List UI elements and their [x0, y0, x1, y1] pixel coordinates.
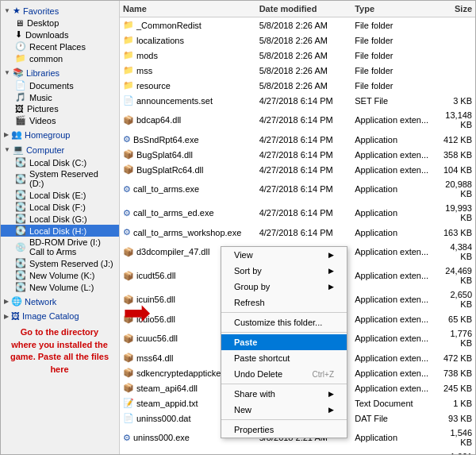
triangle-icon: ▶: [4, 298, 9, 305]
table-row[interactable]: 📦 xvidcore.dll 4/27/2018 6:14 PM Applica…: [120, 449, 475, 454]
sidebar-item-pictures[interactable]: 🖼 Pictures: [1, 103, 119, 114]
file-size: [434, 69, 475, 72]
table-row[interactable]: 📄 announcements.set 4/27/2018 6:14 PM SE…: [120, 93, 475, 108]
sidebar-item-recentplaces[interactable]: 🕐 Recent Places: [1, 40, 119, 52]
sidebar-item-bdrom[interactable]: 💿 BD-ROM Drive (I:) Call to Arms: [1, 237, 119, 257]
col-header-size[interactable]: Size: [434, 2, 475, 15]
file-size: 4,384 KB: [434, 241, 475, 263]
table-row[interactable]: 📁 mss 5/8/2018 2:26 AM File folder: [120, 63, 475, 78]
sidebar-item-disk-g[interactable]: 💽 Local Disk (G:): [1, 213, 119, 225]
file-type: File folder: [351, 64, 433, 77]
sidebar-item-disk-c-label: Local Disk (C:): [29, 158, 86, 168]
table-row[interactable]: ⚙ call_to_arms_workshop.exe 4/27/2018 6:…: [120, 225, 475, 240]
context-menu-item[interactable]: Refresh: [221, 295, 347, 310]
sidebar-header-libraries[interactable]: ▼ 📚 Libraries: [1, 66, 119, 79]
col-header-type[interactable]: Type: [351, 2, 433, 15]
ctx-item-label: View: [234, 250, 253, 260]
col-header-name[interactable]: Name: [120, 2, 256, 15]
table-row[interactable]: 📦 bdcap64.dll 4/27/2018 6:14 PM Applicat…: [120, 108, 475, 132]
file-type: Application exten...: [351, 148, 433, 161]
sidebar-header-network-label: Network: [25, 297, 56, 307]
file-date: 5/8/2018 2:26 AM: [256, 49, 352, 62]
context-menu-item[interactable]: Undo DeleteCtrl+Z: [221, 366, 347, 382]
table-row[interactable]: 📦 BugSplatRc64.dll 4/27/2018 6:14 PM App…: [120, 162, 475, 177]
sidebar-header-homegroup[interactable]: ▶ 👥 Homegroup: [1, 128, 119, 141]
file-type: File folder: [351, 19, 433, 32]
context-menu-item[interactable]: Paste: [221, 334, 347, 350]
sidebar-item-disk-d[interactable]: 💽 System Reserved (D:): [1, 168, 119, 189]
file-date: 4/27/2018 6:14 PM: [256, 183, 352, 195]
file-name: 📦 BugSplatRc64.dll: [120, 163, 256, 176]
table-row[interactable]: ⚙ call_to_arms_ed.exe 4/27/2018 6:14 PM …: [120, 201, 475, 225]
table-row[interactable]: 📁 localizations 5/8/2018 2:26 AM File fo…: [120, 33, 475, 48]
context-menu-item[interactable]: Properties: [221, 422, 347, 438]
table-row[interactable]: 📁 resource 5/8/2018 2:26 AM File folder: [120, 78, 475, 93]
sidebar-item-common[interactable]: 📁 common: [1, 52, 119, 64]
sidebar-section-imagecatalog: ▶ 🖼 Image Catalog: [1, 310, 119, 322]
file-size: 472 KB: [434, 352, 475, 364]
file-name-label: mss64.dll: [136, 353, 173, 363]
sidebar-item-videos[interactable]: 🎬 Videos: [1, 114, 119, 126]
file-size: [434, 24, 475, 27]
ctx-item-label: Share with: [234, 389, 275, 399]
file-size: 2,650 KB: [434, 288, 475, 310]
file-name-label: icuuc56.dll: [136, 334, 178, 343]
sidebar-header-network[interactable]: ▶ 🌐 Network: [1, 295, 119, 308]
sidebar-item-music[interactable]: 🎵 Music: [1, 91, 119, 103]
context-menu-item[interactable]: Customize this folder...: [221, 314, 347, 330]
context-menu-item[interactable]: View▶: [221, 247, 347, 263]
sidebar-item-disk-k[interactable]: 💽 New Volume (K:): [1, 269, 119, 281]
file-name: 📁 mods: [120, 48, 256, 62]
sidebar-header-favorites[interactable]: ▼ ★ Favorites: [1, 4, 119, 17]
ctx-arrow-icon: ▶: [328, 406, 334, 414]
table-row[interactable]: 📁 _CommonRedist 5/8/2018 2:26 AM File fo…: [120, 17, 475, 33]
music-icon: 🎵: [15, 92, 26, 102]
context-menu-item[interactable]: Share with▶: [221, 386, 347, 402]
file-type: Application exten...: [351, 332, 433, 345]
table-row[interactable]: ⚙ call_to_arms.exe 4/27/2018 6:14 PM App…: [120, 177, 475, 201]
sidebar-item-disk-e-label: Local Disk (E:): [29, 191, 86, 200]
context-menu-item[interactable]: Paste shortcut: [221, 350, 347, 366]
triangle-icon: ▼: [4, 7, 10, 14]
file-type-icon: 📄: [123, 95, 134, 106]
sidebar-item-disk-k-label: New Volume (K:): [29, 271, 95, 280]
sidebar-header-computer[interactable]: ▼ 💻 Computer: [1, 143, 119, 156]
sidebar-item-disk-g-label: Local Disk (G:): [29, 214, 87, 224]
file-size: 1,546 KB: [434, 426, 475, 449]
file-name: ⚙ BsSndRpt64.exe: [120, 133, 256, 146]
context-menu-item[interactable]: Sort by▶: [221, 263, 347, 279]
col-header-date[interactable]: Date modified: [256, 2, 352, 15]
sidebar-item-disk-e[interactable]: 💽 Local Disk (E:): [1, 189, 119, 201]
table-row[interactable]: 📦 BugSplat64.dll 4/27/2018 6:14 PM Appli…: [120, 147, 475, 162]
sidebar-item-disk-j[interactable]: 💽 System Reserved (J:): [1, 257, 119, 269]
table-row[interactable]: 📁 mods 5/8/2018 2:26 AM File folder: [120, 48, 475, 63]
sidebar-item-documents[interactable]: 📄 Documents: [1, 79, 119, 91]
sidebar-header-computer-label: Computer: [26, 145, 64, 155]
disk-l-icon: 💽: [15, 282, 26, 292]
sidebar-item-disk-h[interactable]: 💽 Local Disk (H:): [1, 225, 119, 237]
sidebar-item-disk-l[interactable]: 💽 New Volume (L:): [1, 281, 119, 293]
disk-j-icon: 💽: [15, 258, 26, 268]
file-name-label: call_to_arms_workshop.exe: [133, 228, 241, 237]
file-date: 5/8/2018 2:26 AM: [256, 34, 352, 47]
file-size: 104 KB: [434, 164, 475, 176]
context-menu-item[interactable]: Group by▶: [221, 279, 347, 295]
sidebar-item-downloads[interactable]: ⬇ Downloads: [1, 29, 119, 40]
table-row[interactable]: ⚙ BsSndRpt64.exe 4/27/2018 6:14 PM Appli…: [120, 132, 475, 147]
sidebar-item-desktop[interactable]: 🖥 Desktop: [1, 17, 119, 29]
context-menu-item[interactable]: New▶: [221, 402, 347, 418]
sidebar-item-desktop-label: Desktop: [27, 18, 59, 28]
sidebar-item-disk-f[interactable]: 💽 Local Disk (F:): [1, 201, 119, 213]
sidebar-item-disk-c[interactable]: 💽 Local Disk (C:): [1, 156, 119, 168]
file-size: 358 KB: [434, 148, 475, 161]
file-type: SET File: [351, 94, 433, 107]
sidebar-item-disk-d-label: System Reserved (D:): [29, 169, 114, 188]
file-name: 📁 resource: [120, 79, 256, 92]
sidebar-header-imagecatalog[interactable]: ▶ 🖼 Image Catalog: [1, 310, 119, 322]
triangle-icon: ▼: [4, 69, 10, 76]
sidebar: ▼ ★ Favorites 🖥 Desktop ⬇ Downloads 🕐 Re…: [1, 1, 120, 454]
ctx-item-label: Paste: [234, 337, 257, 347]
file-type-icon: 📁: [123, 50, 134, 60]
file-type: Application exten...: [351, 114, 433, 126]
file-date: 5/8/2018 2:26 AM: [256, 64, 352, 77]
